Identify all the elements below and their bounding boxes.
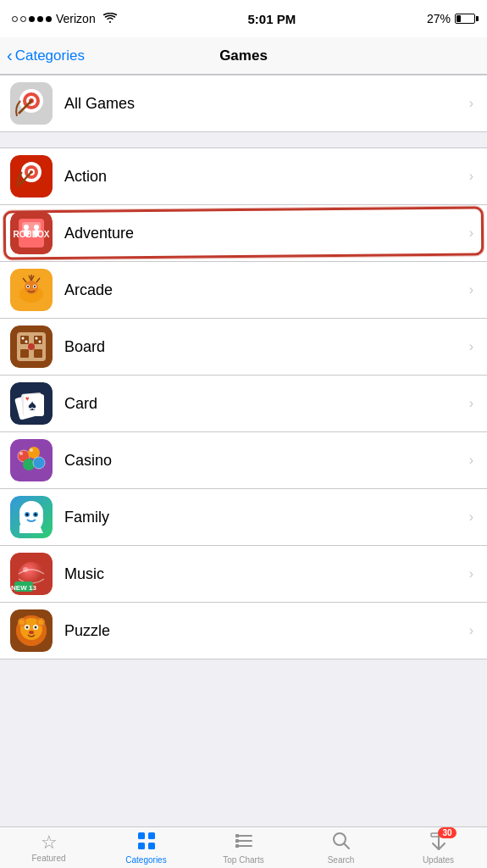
- list-item[interactable]: Casino ›: [0, 432, 487, 489]
- svg-rect-38: [34, 336, 42, 344]
- list-item[interactable]: All Games ›: [0, 75, 487, 131]
- svg-point-44: [36, 337, 38, 340]
- app-icon-arcade: [10, 269, 53, 311]
- section-spacer: [0, 132, 487, 147]
- svg-rect-94: [235, 839, 239, 843]
- item-label: Adventure: [64, 225, 469, 242]
- all-games-group: All Games ›: [0, 75, 487, 132]
- svg-point-32: [34, 286, 36, 287]
- tab-categories-label: Categories: [125, 855, 166, 865]
- list-item[interactable]: ♠ ♥ Card ›: [0, 376, 487, 432]
- svg-point-17: [24, 225, 29, 230]
- item-label: All Games: [64, 95, 469, 113]
- signal-dot-5: [46, 16, 52, 22]
- svg-rect-87: [148, 832, 155, 839]
- svg-point-18: [34, 225, 39, 230]
- page-title: Games: [219, 47, 268, 64]
- back-chevron-icon: ‹: [7, 47, 13, 64]
- tab-top-charts-label: Top Charts: [223, 855, 263, 865]
- svg-text:NEW 13: NEW 13: [11, 584, 36, 592]
- svg-point-34: [35, 294, 40, 298]
- search-icon: [332, 832, 351, 854]
- tab-featured[interactable]: ☆ Featured: [0, 827, 97, 868]
- back-button[interactable]: ‹ Categories: [7, 47, 85, 64]
- svg-point-42: [22, 337, 25, 340]
- svg-point-31: [27, 286, 29, 287]
- svg-point-60: [30, 448, 33, 452]
- item-label: Card: [64, 395, 469, 413]
- svg-rect-39: [20, 349, 29, 358]
- tab-bar: ☆ Featured Categories Top Charts: [0, 826, 487, 868]
- svg-point-84: [35, 626, 37, 629]
- nav-bar: ‹ Categories Games: [0, 37, 487, 75]
- svg-point-80: [38, 620, 43, 625]
- app-icon-all-games: [10, 82, 53, 125]
- signal-dot-4: [37, 16, 43, 22]
- list-item[interactable]: Board ›: [0, 319, 487, 376]
- svg-point-85: [29, 631, 34, 634]
- app-icon-family: [10, 496, 53, 538]
- svg-point-33: [23, 294, 28, 298]
- svg-point-70: [23, 567, 28, 572]
- list-item[interactable]: Action ›: [0, 148, 487, 205]
- app-icon-casino: [10, 439, 53, 481]
- status-time: 5:01 PM: [247, 12, 296, 26]
- tab-updates-label: Updates: [423, 855, 454, 865]
- item-label: Music: [64, 565, 469, 583]
- svg-rect-95: [235, 844, 239, 848]
- svg-rect-19: [24, 230, 29, 236]
- app-icon-adventure: ROBLOX: [10, 212, 53, 254]
- svg-rect-86: [138, 832, 145, 839]
- signal-dot-3: [29, 16, 35, 22]
- chevron-icon: ›: [469, 623, 473, 638]
- tab-categories[interactable]: Categories: [97, 827, 195, 868]
- svg-rect-93: [235, 834, 239, 837]
- list-item[interactable]: Puzzle ›: [0, 603, 487, 659]
- svg-point-41: [28, 343, 35, 350]
- list-item[interactable]: NEW 13 Music ›: [0, 546, 487, 603]
- carrier-label: Verizon: [56, 12, 96, 25]
- item-label: Puzzle: [64, 622, 469, 640]
- chevron-icon: ›: [469, 339, 473, 354]
- status-bar: Verizon 5:01 PM 27%: [0, 0, 487, 37]
- categories-icon: [137, 832, 156, 854]
- svg-point-67: [35, 514, 37, 516]
- list-item[interactable]: Family ›: [0, 489, 487, 546]
- categories-group: Action › ROBLOX Adventure: [0, 147, 487, 659]
- svg-rect-20: [34, 230, 39, 236]
- signal-dot-2: [20, 16, 26, 22]
- updates-badge: 30: [438, 827, 456, 838]
- item-label: Family: [64, 509, 469, 526]
- battery-percent: 27%: [427, 12, 451, 25]
- tab-updates[interactable]: 30 Updates: [390, 827, 487, 868]
- list-item[interactable]: ROBLOX Adventure ›: [0, 205, 487, 262]
- svg-point-79: [19, 620, 25, 625]
- svg-point-43: [25, 341, 28, 343]
- item-label: Board: [64, 338, 469, 356]
- chevron-icon: ›: [469, 453, 473, 468]
- svg-rect-88: [138, 843, 145, 849]
- svg-rect-40: [34, 349, 42, 358]
- svg-rect-89: [148, 843, 155, 849]
- wifi-icon: [103, 12, 117, 25]
- tab-search-label: Search: [328, 855, 355, 865]
- app-icon-action: [10, 155, 53, 198]
- app-icon-board: [10, 326, 53, 368]
- featured-icon: ☆: [41, 833, 58, 852]
- list-item[interactable]: Arcade ›: [0, 262, 487, 319]
- tab-search[interactable]: Search: [292, 827, 390, 868]
- chevron-icon: ›: [469, 169, 473, 184]
- item-label: Action: [64, 168, 469, 186]
- signal-dot-1: [12, 16, 18, 22]
- top-charts-icon: [235, 832, 253, 854]
- svg-text:♥: ♥: [25, 395, 30, 403]
- tab-featured-label: Featured: [31, 854, 65, 863]
- app-icon-music: NEW 13: [10, 553, 53, 595]
- main-content: All Games › Action ›: [0, 75, 487, 701]
- svg-point-59: [19, 452, 23, 455]
- svg-rect-37: [20, 336, 29, 344]
- chevron-icon: ›: [469, 566, 473, 581]
- tab-top-charts[interactable]: Top Charts: [195, 827, 292, 868]
- svg-point-66: [26, 514, 29, 516]
- svg-line-97: [344, 843, 349, 849]
